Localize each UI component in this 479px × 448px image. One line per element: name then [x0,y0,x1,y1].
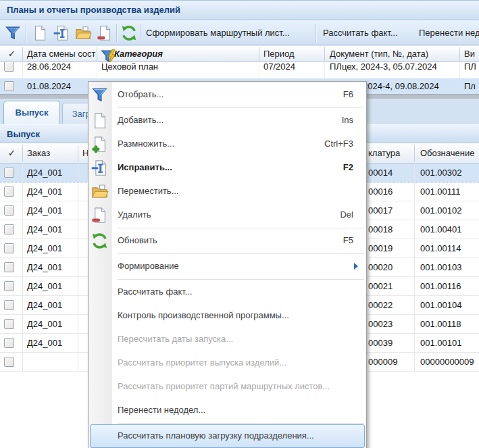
issue-check-column-header[interactable]: ✓ [8,148,16,158]
calculate-fact-button[interactable]: Рассчитать факт... [323,28,398,38]
issue-cell-order: Д24_001 [27,186,62,197]
issue-cell-designation: 001.00104 [420,300,461,310]
issue-cell-nomenclature: 00014 [368,168,393,178]
menu-separator [118,279,364,280]
menu-item[interactable]: УдалитьDel [89,203,366,227]
filter-icon[interactable] [4,24,22,42]
toolbar-separator [116,24,118,42]
issue-cell-order: Д24_001 [27,281,62,291]
column-divider [22,145,23,161]
toolbar-separator [26,24,27,42]
row-checkbox[interactable] [4,357,14,367]
plans-cell-category: Цеховой план [101,62,158,72]
row-checkbox[interactable] [4,81,14,91]
add-doc-icon[interactable] [31,24,49,42]
refresh-icon [91,232,109,250]
menu-item[interactable]: Размножить...Ctrl+F3 [89,132,366,156]
generate-route-sheet-button[interactable]: Сформировать маршрутный лист... [146,28,290,38]
move-folder-icon[interactable] [74,24,92,42]
menu-item[interactable]: Рассчитать факт... [89,280,366,304]
issue-cell-order: Д24_001 [27,243,62,253]
refresh-icon[interactable] [120,24,138,42]
issue-cell-designation: 001.00111 [420,186,461,197]
plans-category-column-header[interactable]: Категория [114,49,163,59]
menu-item-shortcut: Ctrl+F3 [324,139,353,149]
issue-cell-order: Д24_001 [27,224,62,234]
row-checkbox[interactable] [4,262,14,272]
edit-doc-icon[interactable] [53,24,70,42]
row-checkbox[interactable] [4,168,14,178]
delete-doc-icon [91,206,109,224]
plans-date-column-header[interactable]: Дата смены сост [27,49,96,59]
plans-kind-column-header[interactable]: Ви [464,49,475,59]
menu-item[interactable]: Рассчитать плановую загрузку подразделен… [90,424,365,448]
issue-cell-nomenclature: 00022 [368,300,393,310]
delete-doc-icon[interactable] [96,24,114,42]
menu-item[interactable]: Отобрать...F6 [89,83,366,107]
menu-item[interactable]: Контроль производственной программы... [89,304,366,328]
row-checkbox[interactable] [4,319,14,329]
row-checkbox[interactable] [4,62,14,72]
plans-document-column-header[interactable]: Документ (тип, №, дата) [330,49,428,59]
issue-cell-nomenclature: 00018 [368,224,393,234]
issue-order-column-header[interactable]: Заказ [27,148,50,158]
menu-item-label: Рассчитать факт... [118,287,193,297]
plans-cell-period: 07/2024 [263,62,295,72]
toolbar-separator [140,24,141,42]
menu-item-label: Рассчитать плановую загрузку подразделен… [118,430,314,441]
menu-item[interactable]: Добавить...Ins [89,109,366,132]
issue-cell-nomenclature: 00017 [368,205,393,216]
menu-item-shortcut: F2 [343,162,353,172]
window-title-bar: Планы и отчеты производства изделий [0,0,479,20]
row-checkbox[interactable] [4,300,14,310]
row-checkbox[interactable] [4,224,14,234]
filter-lightning-icon [100,48,111,59]
menu-item-label: Рассчитать приоритет выпуска изделий... [118,357,286,368]
row-checkbox[interactable] [4,338,14,348]
menu-item-label: Обновить [118,235,157,245]
column-divider [22,164,23,372]
row-checkbox[interactable] [4,243,14,253]
filter-icon [91,86,109,104]
context-menu: Отобрать...F6Добавить...InsРазмножить...… [88,81,367,448]
tab-vypusk[interactable]: Выпуск [3,101,60,124]
row-checkbox[interactable] [4,186,14,197]
menu-separator [118,253,364,254]
issue-designation-column-header[interactable]: Обозначение [420,148,474,158]
menu-item-label: Удалить [118,209,151,220]
menu-item-label: Отобрать... [118,89,163,99]
page-title: Планы и отчеты производства изделий [7,5,180,15]
issue-cell-nomenclature: 00020 [368,262,393,272]
column-divider [78,164,78,372]
menu-item[interactable]: ОбновитьF5 [89,229,366,253]
row-checkbox[interactable] [4,205,14,216]
plans-cell-kind: Пл [464,81,476,91]
menu-item-label: Размножить... [118,139,174,149]
plans-cell-kind: ПЛ [464,62,476,72]
table-row[interactable]: 28.06.2024 Цеховой план 07/2024 ПЛцех, 2… [0,62,479,78]
issue-cell-order: Д24_001 [27,338,62,348]
menu-item[interactable]: Формирование [89,255,366,278]
menu-item-shortcut: F6 [343,89,353,99]
plans-table-header: ✓ Дата смены сост Категория Период Докум… [0,46,479,62]
issue-nomenclature-column-header[interactable]: клатура [368,148,400,158]
menu-item: Пересчитать даты запуска... [89,328,366,351]
menu-item[interactable]: Переместить... [89,180,366,203]
column-divider [459,47,460,61]
move-folder-icon [91,182,109,201]
transfer-backlog-button[interactable]: Перенести недодел... [419,28,479,38]
issue-cell-nomenclature: 00021 [368,281,393,291]
column-divider [97,47,97,61]
issue-cell-order: Д24_001 [27,168,62,178]
plans-period-column-header[interactable]: Период [263,49,295,59]
plans-check-column-header[interactable]: ✓ [8,49,16,59]
menu-item-shortcut: Del [340,209,353,220]
issue-cell-designation: 001.00114 [420,243,461,253]
row-checkbox[interactable] [4,281,14,291]
menu-item[interactable]: Исправить...F2 [89,156,366,180]
issue-cell-order: Д24_001 [27,319,62,329]
menu-item-label: Переместить... [118,186,178,196]
menu-separator [118,228,364,228]
section-title: Выпуск [7,129,40,139]
menu-item[interactable]: Перенести недодел... [89,399,366,422]
